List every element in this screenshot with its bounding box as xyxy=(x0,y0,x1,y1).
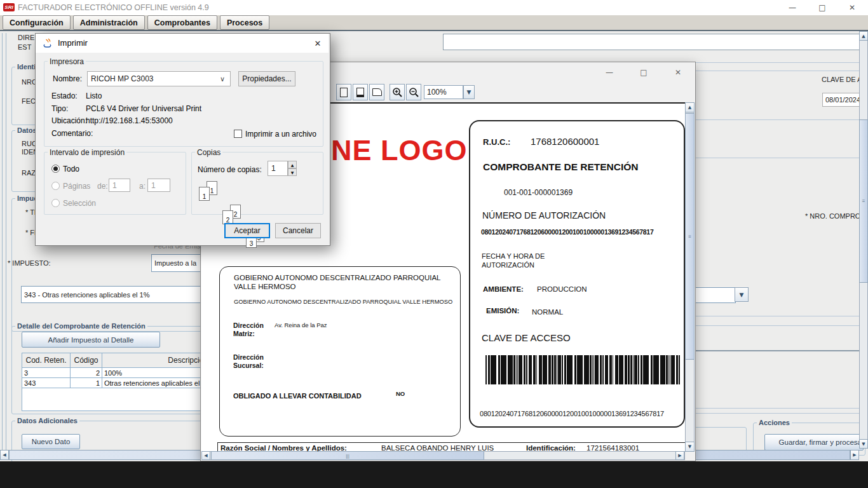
status-label: Estado: xyxy=(51,92,78,100)
printer-select[interactable]: RICOH MP C3003 ∨ xyxy=(87,71,231,86)
to-field[interactable]: 1 xyxy=(147,179,170,192)
menu-administracion[interactable]: Administración xyxy=(73,15,145,30)
nuevo-dato-button[interactable]: Nuevo Dato xyxy=(22,434,80,449)
table-row-cell[interactable]: 100% xyxy=(102,368,210,378)
dir-sucursal-label-1: Dirección xyxy=(233,353,264,361)
minimize-icon[interactable]: — xyxy=(600,66,619,79)
auth-date-label-1: FECHA Y HORA DE xyxy=(482,252,545,260)
add-impuesto-button[interactable]: Añadir Impuesto al Detalle xyxy=(22,332,160,348)
ruc-value: 1768120600001 xyxy=(531,136,599,147)
radio-paginas-label: Páginas xyxy=(63,182,90,191)
java-icon xyxy=(43,38,52,48)
retencion-list-item[interactable]: 343 - Otras retenciones aplicables el 1% xyxy=(21,286,210,303)
copies-field[interactable]: 1 xyxy=(268,161,288,176)
location-value: http://192.168.1.45:53000 xyxy=(86,116,173,125)
scroll-left-icon[interactable]: ◀ xyxy=(0,450,9,460)
maximize-icon[interactable]: □ xyxy=(813,1,832,14)
menu-configuracion[interactable]: Configuración xyxy=(3,15,71,30)
print-dialog: Imprimir ✕ Impresora Nombre: RICOH MP C3… xyxy=(35,33,330,246)
print-to-file-checkbox[interactable] xyxy=(234,130,242,138)
label-clave-acceso: CLAVE DE A xyxy=(822,76,862,83)
printer-name-value: RICOH MP C3003 xyxy=(91,74,153,83)
close-icon[interactable]: ✕ xyxy=(843,1,862,14)
table-row-cell[interactable]: 2 xyxy=(71,368,102,378)
org-name: GOBIERNO AUTONOMO DESCENTRALIZADO PARROQ… xyxy=(234,273,444,291)
doc-bottom-row: Razón Social / Nombres y Apellidos: BALS… xyxy=(217,442,685,452)
spin-up-icon[interactable]: ▲ xyxy=(288,161,297,168)
no-logo-text: NE LOGO xyxy=(331,134,468,167)
scroll-down-icon[interactable]: ▼ xyxy=(859,439,868,449)
close-icon[interactable]: ✕ xyxy=(309,37,327,50)
panel-border xyxy=(2,33,3,450)
group-copias-label: Copias xyxy=(195,148,222,157)
properties-button[interactable]: Propiedades... xyxy=(238,71,295,86)
zoom-out-button[interactable] xyxy=(406,84,421,100)
radio-paginas[interactable] xyxy=(51,182,60,190)
menu-procesos[interactable]: Procesos xyxy=(220,15,269,30)
zoom-in-icon xyxy=(392,87,402,97)
auth-date-label-2: AUTORIZACIÓN xyxy=(482,261,534,269)
main-titlebar: SRI FACTURADOR ELECTRÓNICO OFFLINE versi… xyxy=(0,0,868,15)
preview-vscroll-thumb[interactable]: ≡ xyxy=(685,113,695,360)
page-landscape-button[interactable] xyxy=(369,84,384,100)
dir-matriz-label-1: Dirección xyxy=(233,322,264,329)
combo-down-icon[interactable]: ▼ xyxy=(735,287,749,302)
type-label: Tipo: xyxy=(51,104,68,113)
table-row-cell[interactable]: 1 xyxy=(71,378,102,388)
chevron-down-icon: ∨ xyxy=(220,75,225,83)
scroll-up-icon[interactable]: ▲ xyxy=(685,102,695,112)
table-row-cell[interactable]: Otras retenciones aplicables el xyxy=(102,378,210,388)
scroll-down-icon[interactable]: ▼ xyxy=(685,442,695,452)
top-input-field[interactable] xyxy=(443,34,865,50)
scroll-right-icon[interactable]: ▶ xyxy=(675,451,684,460)
table-row-cell[interactable]: 3 xyxy=(22,368,71,378)
taskbar: Buscar xyxy=(0,461,868,488)
print-to-file-label: Imprimir a un archivo xyxy=(245,130,316,139)
radio-seleccion[interactable] xyxy=(51,199,60,207)
guardar-firmar-button[interactable]: Guardar, firmar y procesa xyxy=(764,434,864,451)
label-direccion: DIRE xyxy=(18,34,34,41)
screen: SRI FACTURADOR ELECTRÓNICO OFFLINE versi… xyxy=(0,0,868,488)
ambiente-value: PRODUCCION xyxy=(537,285,587,293)
close-icon[interactable]: ✕ xyxy=(668,66,688,79)
location-label: Ubicación: xyxy=(51,116,87,125)
scroll-left-icon[interactable]: ◀ xyxy=(201,451,210,460)
radio-todo[interactable] xyxy=(51,165,60,173)
col-header-cod-reten[interactable]: Cod. Reten. xyxy=(22,353,71,368)
minimize-icon[interactable]: — xyxy=(783,1,802,14)
zoom-in-button[interactable] xyxy=(390,84,405,100)
copies-label: Número de copias: xyxy=(198,165,262,174)
collate-pages-1: 1 1 xyxy=(199,181,219,205)
from-field[interactable]: 1 xyxy=(109,179,130,192)
group-detalle-label: Detalle del Comprobante de Retención xyxy=(15,322,147,330)
page-portrait-button[interactable] xyxy=(336,84,351,100)
dir-matriz-value: Av. Reina de la Paz xyxy=(275,322,327,329)
zoom-level-field[interactable]: 100% xyxy=(424,85,463,99)
print-dialog-title: Imprimir xyxy=(58,38,88,48)
page-setup-button[interactable] xyxy=(353,84,368,100)
fecha-field[interactable]: 08/01/2024 xyxy=(822,93,860,107)
maximize-icon[interactable]: □ xyxy=(634,66,653,79)
group-intervalo-label: Intervalo de impresión xyxy=(48,148,126,157)
clave-acceso-number: 0801202407176812060000120010010000013691… xyxy=(480,410,664,417)
spin-down-icon[interactable]: ▼ xyxy=(288,168,297,176)
collate-page: 2 xyxy=(222,210,233,224)
col-header-codigo[interactable]: Código xyxy=(71,353,102,368)
menu-comprobantes[interactable]: Comprobantes xyxy=(147,15,217,30)
aceptar-button[interactable]: Aceptar xyxy=(224,223,270,238)
scroll-right-icon[interactable]: ▶ xyxy=(850,450,859,460)
main-vscroll-thumb[interactable]: ≡ xyxy=(859,119,868,283)
doc-number: 001-001-000001369 xyxy=(504,188,573,197)
doc-title: COMPROBANTE DE RETENCIÓN xyxy=(483,161,639,173)
col-header-descripcion[interactable]: Descripción xyxy=(102,353,210,368)
zoom-combo-down-icon[interactable]: ▼ xyxy=(463,85,475,99)
ambiente-label: AMBIENTE: xyxy=(483,285,524,293)
group-fragment xyxy=(693,427,747,452)
cancelar-button[interactable]: Cancelar xyxy=(275,223,321,238)
table-row-cell[interactable]: 343 xyxy=(22,378,71,388)
doc-right-panel: R.U.C.: 1768120600001 COMPROBANTE DE RET… xyxy=(469,120,685,428)
main-window-title: FACTURADOR ELECTRÓNICO OFFLINE versión 4… xyxy=(18,3,209,12)
preview-hscroll-thumb[interactable]: ||| xyxy=(211,451,484,460)
scroll-up-icon[interactable]: ▲ xyxy=(859,31,868,41)
radio-seleccion-label: Selección xyxy=(63,199,96,208)
